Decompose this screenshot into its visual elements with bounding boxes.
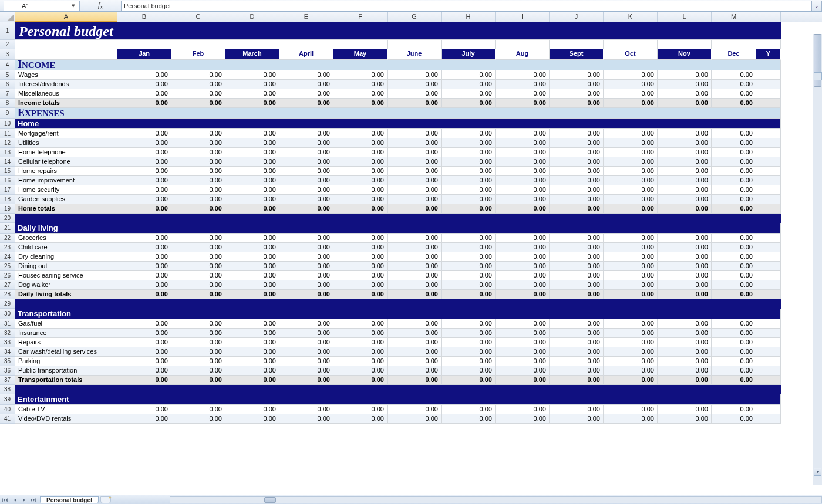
cell[interactable]: 0.00	[171, 80, 225, 89]
cell[interactable]: 0.00	[117, 89, 171, 99]
cell[interactable]	[756, 80, 781, 89]
cell[interactable]	[496, 40, 550, 49]
cell[interactable]: 0.00	[279, 138, 333, 148]
cell[interactable]: 0.00	[712, 195, 756, 204]
cell[interactable]: 0.00	[279, 252, 333, 262]
cell[interactable]: 0.00	[442, 338, 496, 347]
cell[interactable]: 0.00	[171, 157, 225, 167]
cell[interactable]: 0.00	[550, 329, 604, 338]
cell[interactable]: 0.00	[712, 99, 756, 108]
cell[interactable]: 0.00	[442, 204, 496, 214]
formula-input[interactable]: Personal budget	[121, 1, 811, 11]
cell[interactable]: 0.00	[333, 405, 388, 414]
cell[interactable]: 0.00	[658, 138, 712, 148]
cell[interactable]: 0.00	[279, 185, 333, 195]
cell[interactable]	[756, 280, 781, 290]
cell[interactable]	[756, 167, 781, 176]
cell[interactable]: 0.00	[279, 414, 333, 424]
cell[interactable]: 0.00	[712, 234, 756, 243]
cell[interactable]: 0.00	[279, 195, 333, 204]
cell[interactable]	[756, 338, 781, 347]
row-header[interactable]: 41	[0, 414, 15, 424]
cell[interactable]: 0.00	[604, 157, 658, 167]
row-header[interactable]: 21	[0, 223, 15, 234]
cell[interactable]: 0.00	[333, 280, 388, 290]
cell[interactable]: 0.00	[225, 271, 279, 280]
column-header[interactable]: E	[279, 12, 333, 22]
row-label[interactable]: Parking	[15, 357, 117, 366]
cell[interactable]: 0.00	[496, 338, 550, 347]
row-label[interactable]: Dining out	[15, 262, 117, 271]
cell[interactable]: 0.00	[117, 234, 171, 243]
cell[interactable]: 0.00	[388, 185, 442, 195]
cell[interactable]	[550, 40, 604, 49]
cell[interactable]: 0.00	[712, 157, 756, 167]
cell[interactable]: 0.00	[550, 262, 604, 271]
cell[interactable]: 0.00	[658, 176, 712, 185]
cell[interactable]	[279, 40, 333, 49]
cell[interactable]: 0.00	[171, 185, 225, 195]
cell[interactable]	[171, 40, 225, 49]
cell[interactable]: 0.00	[550, 319, 604, 329]
cell[interactable]: 0.00	[550, 347, 604, 357]
cell[interactable]: 0.00	[225, 280, 279, 290]
cell[interactable]: 0.00	[550, 243, 604, 252]
cell[interactable]	[756, 347, 781, 357]
cell[interactable]: 0.00	[225, 347, 279, 357]
cell[interactable]: 0.00	[550, 176, 604, 185]
row-label[interactable]: Home totals	[15, 204, 117, 214]
sheet-tab[interactable]: Personal budget	[40, 496, 99, 503]
cell[interactable]: 0.00	[442, 234, 496, 243]
cell[interactable]	[756, 329, 781, 338]
column-header[interactable]: J	[550, 12, 604, 22]
cell[interactable]: 0.00	[712, 280, 756, 290]
cell[interactable]	[225, 40, 279, 49]
cell[interactable]	[756, 366, 781, 376]
row-header[interactable]: 9	[0, 108, 15, 119]
cell[interactable]: 0.00	[442, 376, 496, 385]
cell[interactable]: 0.00	[712, 405, 756, 414]
cell[interactable]: 0.00	[279, 357, 333, 366]
row-header[interactable]: 13	[0, 148, 15, 157]
cell[interactable]: 0.00	[712, 338, 756, 347]
cell[interactable]: 0.00	[604, 243, 658, 252]
cell[interactable]: 0.00	[225, 243, 279, 252]
cell[interactable]	[756, 89, 781, 99]
cell[interactable]: 0.00	[171, 176, 225, 185]
row-header[interactable]: 37	[0, 376, 15, 385]
cell[interactable]: 0.00	[388, 280, 442, 290]
row-label[interactable]: Insurance	[15, 329, 117, 338]
cell[interactable]: 0.00	[604, 414, 658, 424]
cell[interactable]	[712, 40, 756, 49]
row-header[interactable]: 28	[0, 290, 15, 299]
month-header[interactable]: Sept	[550, 49, 604, 60]
row-label[interactable]: Daily living totals	[15, 290, 117, 299]
month-header[interactable]: Aug	[496, 49, 550, 60]
cell[interactable]: 0.00	[550, 204, 604, 214]
cell[interactable]: 0.00	[388, 204, 442, 214]
cell[interactable]: 0.00	[333, 99, 388, 108]
row-header[interactable]: 11	[0, 129, 15, 138]
cell[interactable]: 0.00	[550, 129, 604, 138]
cell[interactable]: 0.00	[388, 176, 442, 185]
row-header[interactable]: 24	[0, 252, 15, 262]
cell[interactable]: 0.00	[550, 89, 604, 99]
cell[interactable]: 0.00	[333, 176, 388, 185]
cell[interactable]	[756, 357, 781, 366]
row-label[interactable]: Garden supplies	[15, 195, 117, 204]
cell[interactable]: 0.00	[496, 329, 550, 338]
cell[interactable]	[756, 271, 781, 280]
cell[interactable]: 0.00	[496, 70, 550, 80]
cell[interactable]: 0.00	[604, 319, 658, 329]
cell[interactable]: 0.00	[117, 405, 171, 414]
cell[interactable]	[117, 40, 171, 49]
cell[interactable]: 0.00	[604, 204, 658, 214]
cell[interactable]: 0.00	[604, 195, 658, 204]
cell[interactable]: 0.00	[279, 99, 333, 108]
cell[interactable]: 0.00	[279, 89, 333, 99]
cell[interactable]: 0.00	[550, 405, 604, 414]
cell[interactable]: 0.00	[388, 148, 442, 157]
cell[interactable]: 0.00	[550, 234, 604, 243]
cell[interactable]: 0.00	[279, 129, 333, 138]
cell[interactable]: 0.00	[171, 262, 225, 271]
